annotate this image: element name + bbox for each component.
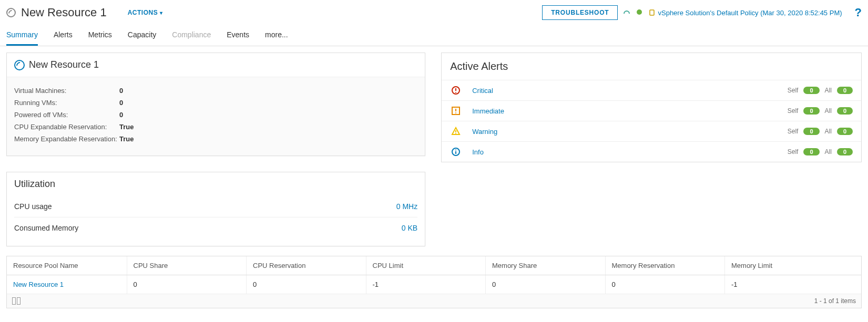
col-header[interactable]: CPU Limit [366, 256, 486, 275]
all-label: All [825, 148, 832, 155]
all-label: All [825, 128, 832, 135]
policy-text: vSphere Solution's Default Policy (Mar 3… [658, 9, 842, 17]
resource-pool-icon [14, 60, 25, 70]
cell: 0 [246, 275, 366, 294]
status-icon-2 [636, 8, 643, 17]
utilization-panel: Utilization CPU usage 0 MHz Consumed Mem… [6, 172, 425, 246]
table-row[interactable]: New Resource 1 0 0 -1 0 0 -1 [7, 275, 861, 294]
svg-rect-1 [650, 10, 654, 15]
cell: 0 [485, 275, 605, 294]
immediate-icon [450, 106, 462, 116]
util-value-link[interactable]: 0 KB [402, 224, 417, 232]
self-label: Self [788, 148, 799, 155]
col-header[interactable]: Resource Pool Name [7, 256, 127, 275]
active-alerts-panel: Active Alerts Critical Self0 All0 Immedi… [441, 53, 862, 162]
self-label: Self [788, 87, 799, 94]
cell: 0 [127, 275, 247, 294]
chevron-down-icon: ▾ [160, 10, 163, 16]
tab-more[interactable]: more... [265, 26, 288, 46]
tab-compliance[interactable]: Compliance [172, 26, 211, 46]
prop-label: Powered off VMs: [14, 111, 119, 119]
grid-header-row: Resource Pool Name CPU Share CPU Reserva… [7, 256, 861, 275]
tab-bar: Summary Alerts Metrics Capacity Complian… [0, 26, 868, 46]
svg-point-7 [455, 112, 456, 113]
self-label: Self [788, 128, 799, 135]
prop-value: 0 [119, 111, 123, 119]
tab-capacity[interactable]: Capacity [128, 26, 156, 46]
util-label: Consumed Memory [14, 224, 78, 232]
tab-metrics[interactable]: Metrics [88, 26, 112, 46]
all-count: 0 [837, 107, 853, 115]
self-label: Self [788, 107, 799, 115]
prop-label: CPU Expandable Reservation: [14, 123, 119, 131]
alert-link[interactable]: Info [472, 148, 484, 156]
svg-point-10 [455, 133, 456, 134]
summary-panel: New Resource 1 Virtual Machines:0 Runnin… [6, 53, 425, 156]
prop-value: 0 [119, 99, 123, 107]
policy-icon [648, 9, 656, 16]
svg-point-12 [455, 150, 456, 151]
alert-link[interactable]: Critical [472, 87, 493, 95]
all-count: 0 [837, 128, 853, 135]
alert-link[interactable]: Immediate [472, 107, 504, 115]
cell: 0 [605, 275, 725, 294]
summary-title: New Resource 1 [29, 59, 99, 70]
prop-label: Memory Expandable Reservation: [14, 135, 119, 143]
prop-label: Running VMs: [14, 99, 119, 107]
alert-row-info: Info Self0 All0 [442, 141, 861, 162]
info-icon [450, 147, 462, 157]
self-count: 0 [803, 107, 819, 115]
col-header[interactable]: Memory Reservation [605, 256, 725, 275]
svg-point-0 [637, 9, 642, 15]
page-title: New Resource 1 [21, 6, 107, 19]
util-value-link[interactable]: 0 MHz [396, 202, 417, 211]
troubleshoot-button[interactable]: TROUBLESHOOT [542, 5, 618, 20]
cell-name-link[interactable]: New Resource 1 [13, 281, 64, 288]
col-header[interactable]: Memory Limit [724, 256, 861, 275]
utilization-title: Utilization [14, 179, 55, 190]
grid-item-count: 1 - 1 of 1 items [814, 297, 856, 305]
col-header[interactable]: CPU Reservation [246, 256, 366, 275]
svg-point-4 [455, 92, 456, 93]
prop-value: True [119, 135, 134, 143]
tab-events[interactable]: Events [227, 26, 249, 46]
alerts-title: Active Alerts [442, 53, 861, 80]
col-header[interactable]: CPU Share [127, 256, 247, 275]
all-label: All [825, 87, 832, 94]
col-header[interactable]: Memory Share [485, 256, 605, 275]
policy-link[interactable]: vSphere Solution's Default Policy (Mar 3… [648, 9, 842, 17]
column-picker-icon[interactable] [12, 297, 21, 305]
tab-summary[interactable]: Summary [6, 26, 38, 46]
resource-pool-grid: Resource Pool Name CPU Share CPU Reserva… [6, 256, 862, 308]
alert-link[interactable]: Warning [472, 128, 497, 136]
tab-alerts[interactable]: Alerts [54, 26, 73, 46]
cell: -1 [366, 275, 486, 294]
self-count: 0 [803, 148, 819, 155]
self-count: 0 [803, 87, 819, 94]
self-count: 0 [803, 128, 819, 135]
resource-pool-icon [6, 8, 16, 17]
warning-icon [450, 127, 462, 136]
actions-menu[interactable]: ACTIONS ▾ [128, 9, 163, 16]
all-count: 0 [837, 87, 853, 94]
prop-value: True [119, 123, 134, 131]
prop-label: Virtual Machines: [14, 87, 119, 95]
prop-value: 0 [119, 87, 123, 95]
alert-row-immediate: Immediate Self0 All0 [442, 100, 861, 121]
alert-row-critical: Critical Self0 All0 [442, 80, 861, 100]
all-count: 0 [837, 148, 853, 155]
alert-row-warning: Warning Self0 All0 [442, 121, 861, 141]
cell: -1 [724, 275, 861, 294]
critical-icon [450, 86, 462, 95]
util-label: CPU usage [14, 202, 52, 211]
actions-label: ACTIONS [128, 9, 158, 16]
all-label: All [825, 107, 832, 115]
status-icon-1 [623, 8, 630, 17]
help-icon[interactable]: ? [855, 6, 862, 19]
